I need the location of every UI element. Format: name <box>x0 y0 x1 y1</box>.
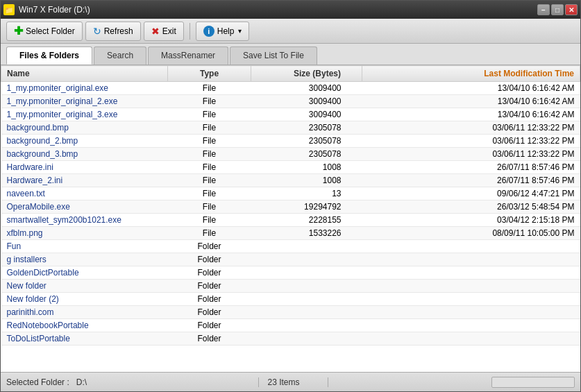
toolbar: ✚ Select Folder ↻ Refresh ✖ Exit i Help … <box>1 19 580 44</box>
table-row[interactable]: FunFolder <box>1 240 580 253</box>
file-lastmod: 08/09/11 10:05:00 PM <box>362 227 580 240</box>
table-row[interactable]: Hardware.iniFile100826/07/11 8:57:46 PM <box>1 161 580 174</box>
col-header-name[interactable]: Name <box>1 66 168 82</box>
file-lastmod: 09/06/12 4:47:21 PM <box>362 187 580 201</box>
file-name: parinithi.com <box>1 306 168 319</box>
progress-bar <box>491 377 575 388</box>
tab-files-folders[interactable]: Files & Folders <box>6 46 92 65</box>
refresh-icon: ↻ <box>93 26 101 37</box>
file-type: File <box>168 201 251 214</box>
file-type: File <box>168 148 251 161</box>
file-lastmod: 03/04/12 2:15:18 PM <box>362 214 580 227</box>
file-lastmod: 13/04/10 6:16:42 AM <box>362 82 580 95</box>
window-icon: 📁 <box>3 4 15 15</box>
file-name: ToDoListPortable <box>1 332 168 346</box>
file-lastmod <box>362 266 580 280</box>
col-header-size[interactable]: Size (Bytes) <box>251 66 362 82</box>
table-row[interactable]: New folder (2)Folder <box>1 293 580 306</box>
file-name: g installers <box>1 253 168 266</box>
tab-search[interactable]: Search <box>94 46 146 65</box>
table-row[interactable]: background_2.bmpFile230507803/06/11 12:3… <box>1 135 580 148</box>
file-size: 2305078 <box>251 148 362 161</box>
exit-button[interactable]: ✖ Exit <box>144 22 184 41</box>
main-window: 📁 Win7 X Folder (D:\) − □ ✕ ✚ Select Fol… <box>0 0 581 392</box>
table-row[interactable]: 1_my.pmoniter_original_3.exeFile30094001… <box>1 108 580 121</box>
file-size <box>251 332 362 346</box>
title-bar-controls: − □ ✕ <box>537 4 578 15</box>
help-dropdown-arrow: ▾ <box>238 27 242 35</box>
file-type: File <box>168 174 251 187</box>
file-lastmod: 13/04/10 6:16:42 AM <box>362 95 580 108</box>
file-name: naveen.txt <box>1 187 168 201</box>
file-lastmod <box>362 240 580 253</box>
file-name: New folder <box>1 280 168 293</box>
table-row[interactable]: xfblm.pngFile153322608/09/11 10:05:00 PM <box>1 227 580 240</box>
file-lastmod: 26/07/11 8:57:46 PM <box>362 174 580 187</box>
status-folder: Selected Folder : D:\ <box>6 377 259 387</box>
file-name: Hardware.ini <box>1 161 168 174</box>
table-row[interactable]: OperaMobile.exeFile1929479226/03/12 5:48… <box>1 201 580 214</box>
file-name: OperaMobile.exe <box>1 201 168 214</box>
table-row[interactable]: GoldenDictPortableFolder <box>1 266 580 280</box>
select-folder-button[interactable]: ✚ Select Folder <box>6 22 83 41</box>
tab-save-list[interactable]: Save List To File <box>230 46 317 65</box>
file-table-scroll[interactable]: Name Type Size (Bytes) Last Modification… <box>1 65 580 372</box>
file-lastmod <box>362 319 580 332</box>
status-folder-label: Selected Folder : <box>6 377 69 387</box>
tabs-bar: Files & Folders Search MassRenamer Save … <box>1 44 580 65</box>
table-row[interactable]: parinithi.comFolder <box>1 306 580 319</box>
help-button[interactable]: i Help ▾ <box>196 22 250 41</box>
file-name: Fun <box>1 240 168 253</box>
table-row[interactable]: Hardware_2.iniFile100826/07/11 8:57:46 P… <box>1 174 580 187</box>
status-right <box>328 377 575 388</box>
file-name: xfblm.png <box>1 227 168 240</box>
help-icon: i <box>203 26 214 37</box>
file-name: New folder (2) <box>1 293 168 306</box>
table-row[interactable]: naveen.txtFile1309/06/12 4:47:21 PM <box>1 187 580 201</box>
table-row[interactable]: ToDoListPortableFolder <box>1 332 580 346</box>
file-name: background_3.bmp <box>1 148 168 161</box>
file-name: GoldenDictPortable <box>1 266 168 280</box>
table-row[interactable]: New folderFolder <box>1 280 580 293</box>
file-type: File <box>168 121 251 135</box>
table-row[interactable]: smartwallet_sym200b1021.exeFile222815503… <box>1 214 580 227</box>
select-folder-label: Select Folder <box>26 26 75 36</box>
file-lastmod: 13/04/10 6:16:42 AM <box>362 108 580 121</box>
file-size: 2228155 <box>251 214 362 227</box>
file-size <box>251 253 362 266</box>
status-folder-value: D:\ <box>76 377 87 387</box>
refresh-button[interactable]: ↻ Refresh <box>85 22 141 41</box>
file-lastmod <box>362 280 580 293</box>
table-row[interactable]: 1_my.pmoniter_original_2.exeFile30094001… <box>1 95 580 108</box>
file-name: 1_my.pmoniter_original_2.exe <box>1 95 168 108</box>
status-items: 23 Items <box>259 377 328 387</box>
status-bar: Selected Folder : D:\ 23 Items <box>1 372 580 391</box>
file-name: RedNotebookPortable <box>1 319 168 332</box>
close-button[interactable]: ✕ <box>565 4 578 15</box>
table-row[interactable]: background_3.bmpFile230507803/06/11 12:3… <box>1 148 580 161</box>
col-header-lastmod[interactable]: Last Modification Time <box>362 66 580 82</box>
maximize-button[interactable]: □ <box>551 4 564 15</box>
file-type: Folder <box>168 319 251 332</box>
file-lastmod: 03/06/11 12:33:22 PM <box>362 135 580 148</box>
file-lastmod <box>362 332 580 346</box>
file-size: 13 <box>251 187 362 201</box>
col-header-type[interactable]: Type <box>168 66 251 82</box>
table-row[interactable]: 1_my.pmoniter_original.exeFile300940013/… <box>1 82 580 95</box>
file-type: File <box>168 227 251 240</box>
file-type: Folder <box>168 266 251 280</box>
file-type: Folder <box>168 293 251 306</box>
tab-mass-renamer[interactable]: MassRenamer <box>148 46 228 65</box>
table-row[interactable]: RedNotebookPortableFolder <box>1 319 580 332</box>
file-size <box>251 293 362 306</box>
file-type: Folder <box>168 280 251 293</box>
exit-icon: ✖ <box>151 26 160 37</box>
file-type: File <box>168 135 251 148</box>
minimize-button[interactable]: − <box>537 4 550 15</box>
table-row[interactable]: g installersFolder <box>1 253 580 266</box>
file-lastmod: 26/07/11 8:57:46 PM <box>362 161 580 174</box>
file-size: 2305078 <box>251 121 362 135</box>
table-row[interactable]: background.bmpFile230507803/06/11 12:33:… <box>1 121 580 135</box>
refresh-label: Refresh <box>104 26 133 36</box>
title-bar-left: 📁 Win7 X Folder (D:\) <box>3 4 90 15</box>
